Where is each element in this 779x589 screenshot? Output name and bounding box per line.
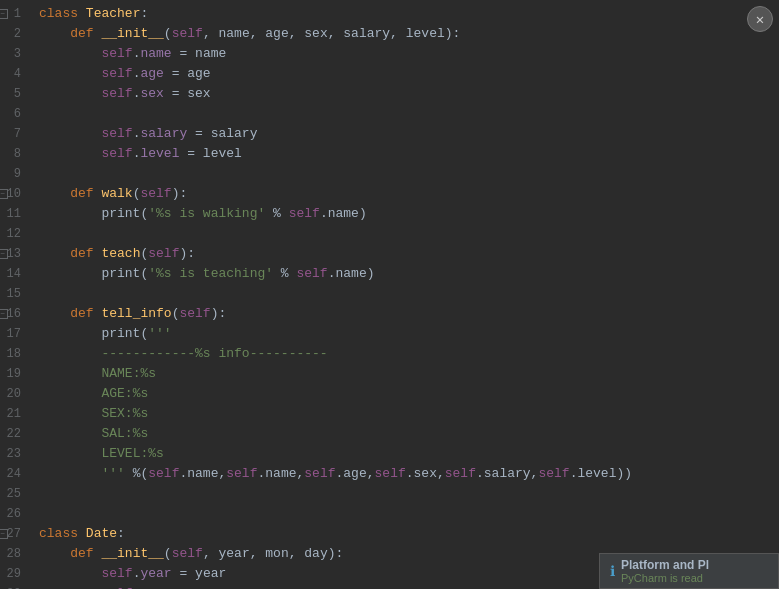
gutter-line: 28 [0,544,27,564]
status-title: Platform and Pl [621,558,709,572]
code-line: self.age = age [39,64,779,84]
code-line: NAME:%s [39,364,779,384]
code-line: self.sex = sex [39,84,779,104]
gutter-line: 14 [0,264,27,284]
code-line: ------------%s info---------- [39,344,779,364]
fold-icon[interactable]: − [0,249,8,259]
gutter-line: 25 [0,484,27,504]
code-line [39,484,779,504]
gutter-line: − 1 [0,4,27,24]
gutter-line: 26 [0,504,27,524]
gutter-line: 20 [0,384,27,404]
info-icon: ℹ [610,563,615,579]
gutter-line: 7 [0,124,27,144]
code-line: def walk(self): [39,184,779,204]
fold-icon[interactable]: − [0,309,8,319]
code-line [39,104,779,124]
code-line: class Teacher: [39,4,779,24]
code-editor: − 1 2 3 4 5 6 7 8 9 − 10 11 12 − 13 14 1… [0,0,779,589]
status-subtitle: PyCharm is read [621,572,709,584]
code-line: LEVEL:%s [39,444,779,464]
code-line: def __init__(self, name, age, sex, salar… [39,24,779,44]
gutter-line: − 13 [0,244,27,264]
gutter-line: 23 [0,444,27,464]
code-line: print(''' [39,324,779,344]
gutter-line: 18 [0,344,27,364]
gutter-line: 9 [0,164,27,184]
status-text: Platform and Pl PyCharm is read [621,558,709,584]
fold-icon[interactable]: − [0,9,8,19]
gutter-line: 4 [0,64,27,84]
code-line: print('%s is teaching' % self.name) [39,264,779,284]
close-button[interactable]: ✕ [747,6,773,32]
code-line: self.salary = salary [39,124,779,144]
code-line: self.level = level [39,144,779,164]
gutter-line: 22 [0,424,27,444]
code-line: print('%s is walking' % self.name) [39,204,779,224]
code-area: − 1 2 3 4 5 6 7 8 9 − 10 11 12 − 13 14 1… [0,0,779,589]
code-line: SAL:%s [39,424,779,444]
gutter-line: 30 [0,584,27,589]
gutter-line: − 27 [0,524,27,544]
line-numbers: − 1 2 3 4 5 6 7 8 9 − 10 11 12 − 13 14 1… [0,4,35,589]
gutter-line: 15 [0,284,27,304]
gutter-line: 12 [0,224,27,244]
fold-icon[interactable]: − [0,189,8,199]
gutter-line: 3 [0,44,27,64]
code-line: class Date: [39,524,779,544]
code-lines[interactable]: class Teacher: def __init__(self, name, … [35,4,779,589]
gutter-line: 5 [0,84,27,104]
code-line: self.name = name [39,44,779,64]
gutter-line: 21 [0,404,27,424]
code-line [39,504,779,524]
code-line [39,284,779,304]
code-line: ''' %(self.name,self.name,self.age,self.… [39,464,779,484]
gutter-line: 8 [0,144,27,164]
gutter-line: 2 [0,24,27,44]
gutter-line: 19 [0,364,27,384]
code-line [39,224,779,244]
fold-icon[interactable]: − [0,529,8,539]
gutter-line: 29 [0,564,27,584]
code-line: AGE:%s [39,384,779,404]
code-line [39,164,779,184]
gutter-line: 11 [0,204,27,224]
code-line: def teach(self): [39,244,779,264]
gutter-line: − 10 [0,184,27,204]
code-line: SEX:%s [39,404,779,424]
status-bar: ℹ Platform and Pl PyCharm is read [599,553,779,589]
gutter-line: 17 [0,324,27,344]
gutter-line: − 16 [0,304,27,324]
code-line: def tell_info(self): [39,304,779,324]
gutter-line: 6 [0,104,27,124]
gutter-line: 24 [0,464,27,484]
